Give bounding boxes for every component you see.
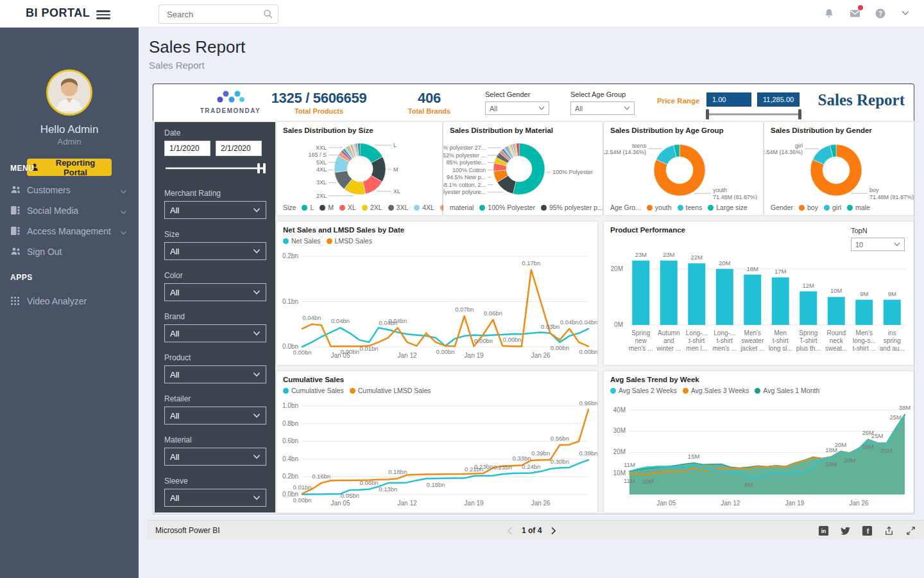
sidebar-item-sign-out[interactable]: Sign Out <box>0 242 139 261</box>
age-select[interactable]: All <box>570 101 635 115</box>
chart-legend: Net SalesLMSD Sales <box>283 237 372 245</box>
next-page-button[interactable] <box>551 527 556 535</box>
svg-text:52% polyester ...: 52% polyester ... <box>443 152 486 159</box>
svg-text:2XL: 2XL <box>316 193 327 199</box>
share-icon[interactable] <box>884 525 894 536</box>
date-filter-label: Date <box>164 128 275 137</box>
date-to-input[interactable]: 2/1/2020 <box>216 141 262 156</box>
svg-text:68.1% cotton, 2...: 68.1% cotton, 2... <box>443 182 486 188</box>
price-max-input[interactable]: 11,285.00 <box>757 92 800 107</box>
svg-text:0.8bn: 0.8bn <box>282 420 298 427</box>
svg-text:0.01bn: 0.01bn <box>360 345 379 352</box>
svg-text:18M: 18M <box>747 265 759 272</box>
svg-text:t-shirt: t-shirt <box>717 337 733 344</box>
svg-text:0.56bn: 0.56bn <box>551 435 569 442</box>
svg-text:100% Polyester: 100% Polyester <box>552 169 593 175</box>
age-donut-svg: teens12.54M (14.36%)youth71.48M (81.87%) <box>604 136 763 200</box>
legend-item: male <box>847 204 870 211</box>
page-subtitle: Sales Report <box>149 60 205 71</box>
svg-text:0.2bn: 0.2bn <box>282 252 298 259</box>
users-icon <box>10 247 22 257</box>
chart-card-material-donut: Sales Distribution by Material73% polyes… <box>443 122 603 215</box>
svg-text:0.23bn: 0.23bn <box>493 464 512 471</box>
svg-text:plus th...: plus th... <box>796 345 821 352</box>
filter-label: Material <box>164 435 275 444</box>
svg-text:0.04bn: 0.04bn <box>331 317 350 324</box>
prev-page-button[interactable] <box>507 527 513 535</box>
svg-text:20M: 20M <box>611 265 623 272</box>
svg-text:9M: 9M <box>888 290 896 297</box>
filter-label: Product <box>164 353 275 362</box>
svg-text:25M: 25M <box>880 447 893 454</box>
svg-text:0.6bn: 0.6bn <box>282 437 298 444</box>
date-from-input[interactable]: 1/1/2020 <box>164 141 210 156</box>
mail-icon[interactable] <box>848 7 861 20</box>
gender-filter-label: Select Gender <box>485 91 530 98</box>
filter-select-merchant-rating[interactable]: All <box>164 201 266 219</box>
sidebar-item-access-management[interactable]: Access Management <box>0 222 139 241</box>
chart-card-product-performance: Product PerformanceTopN100M20M23MSpringn… <box>604 222 914 365</box>
svg-text:youth: youth <box>713 187 727 193</box>
svg-text:boy: boy <box>869 187 879 193</box>
filter-select-size[interactable]: All <box>164 242 266 260</box>
legend-item: 2XL <box>362 204 382 211</box>
legend-item: 3XL <box>388 204 409 211</box>
filter-select-product[interactable]: All <box>164 365 266 383</box>
chevron-down-icon[interactable] <box>900 7 912 20</box>
net-sales-svg: 0.0bn0.1bn0.2bnJan 05Jan 12Jan 19Jan 260… <box>277 249 597 365</box>
legend-category-label: Gender <box>771 204 793 211</box>
apps-header: APPS <box>10 273 139 282</box>
svg-text:9M: 9M <box>860 290 868 297</box>
svg-text:10M: 10M <box>642 478 654 485</box>
filter-select-color[interactable]: All <box>164 283 266 301</box>
sidebar-item-social-media[interactable]: Social Media <box>0 201 139 220</box>
chart-title: Cumulative Sales <box>283 376 344 383</box>
svg-text:0.1bn: 0.1bn <box>282 298 298 305</box>
svg-text:Men's: Men's <box>856 329 873 337</box>
svg-text:4XL: 4XL <box>316 166 327 173</box>
search-input[interactable] <box>166 6 264 22</box>
svg-text:10M: 10M <box>613 469 626 477</box>
svg-text:XL: XL <box>393 188 400 195</box>
svg-text:Jan 19: Jan 19 <box>465 352 484 359</box>
sidebar-item-video-analyzer[interactable]: Video Analyzer <box>0 292 139 311</box>
svg-text:jacket ...: jacket ... <box>740 345 764 352</box>
linkedin-icon[interactable]: in <box>818 525 829 536</box>
svg-text:12.54M (14.36%): 12.54M (14.36%) <box>604 149 646 155</box>
svg-text:3XL: 3XL <box>316 179 327 186</box>
date-range-slider[interactable] <box>163 161 267 175</box>
filter-label: Brand <box>164 312 275 321</box>
gender-select[interactable]: All <box>485 101 549 115</box>
filter-select-material[interactable]: All <box>164 448 266 466</box>
filter-label: Retailer <box>164 394 275 403</box>
cumulative-sales-svg: 0.0bn0.2bn0.4bn0.6bn0.8bn1.0bnJan 05Jan … <box>277 398 597 512</box>
hamburger-menu-icon[interactable] <box>96 8 110 19</box>
facebook-icon[interactable]: f <box>862 525 873 536</box>
filter-label: Color <box>164 271 275 280</box>
svg-text:30M: 30M <box>613 427 626 434</box>
chart-card-avg-sales-trend: Avg Sales Trend by WeekAvg Sales 2 Weeks… <box>604 371 914 512</box>
price-min-input[interactable]: 1.00 <box>706 92 751 107</box>
svg-text:20M: 20M <box>844 457 856 464</box>
svg-text:0.23bn: 0.23bn <box>474 463 493 470</box>
legend-category-label: Age Gro... <box>610 204 641 211</box>
filter-label: Sleeve <box>164 477 275 486</box>
svg-text:Jan 26: Jan 26 <box>849 500 868 507</box>
svg-text:winter ...: winter ... <box>656 345 681 352</box>
svg-text:0.06bn: 0.06bn <box>484 310 502 317</box>
svg-text:71.48M (81.87%): 71.48M (81.87%) <box>713 194 757 200</box>
sidebar-item-customers[interactable]: Customers <box>0 180 139 200</box>
fullscreen-icon[interactable] <box>905 525 916 536</box>
svg-text:long sl...: long sl... <box>769 345 792 352</box>
bell-icon[interactable] <box>823 7 835 20</box>
filter-select-sleeve[interactable]: All <box>164 489 266 507</box>
price-range-label: Price Range <box>657 97 699 105</box>
filter-select-brand[interactable]: All <box>164 324 266 342</box>
help-icon[interactable]: ? <box>874 7 887 20</box>
svg-text:long-s...: long-s... <box>853 337 876 344</box>
avatar <box>46 69 92 116</box>
legend-category-label: material <box>450 204 474 211</box>
twitter-icon[interactable] <box>840 525 851 536</box>
price-range-slider[interactable] <box>704 109 803 120</box>
filter-select-retailer[interactable]: All <box>164 407 266 425</box>
